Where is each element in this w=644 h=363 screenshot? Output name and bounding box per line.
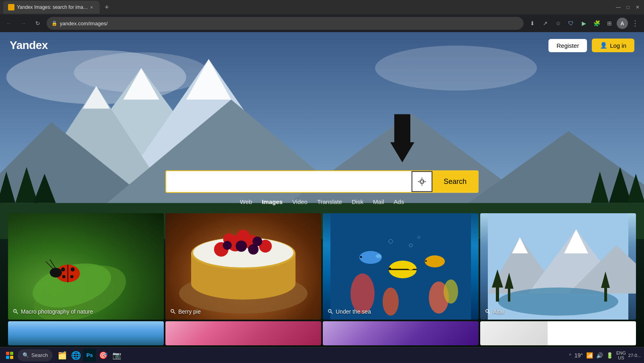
close-button[interactable]: ✕ [634,4,641,10]
maximize-button[interactable]: □ [625,4,631,10]
refresh-button[interactable]: ↻ [32,18,43,29]
taskbar-right: ^ 19° 📶 🔊 🔋 ENG US 27-0... [569,351,641,360]
svg-point-68 [408,265,414,270]
extension1-button[interactable]: 🛡 [565,18,577,29]
svg-line-43 [16,312,18,314]
region-text: US [618,355,624,360]
tile-altai[interactable]: Altai [480,213,636,320]
login-label: Log in [610,42,626,49]
svg-rect-87 [496,286,499,302]
taskbar-pinned-apps: 🗂️ 🌐 Ps 🎯 📷 [56,349,123,362]
minimize-button[interactable]: — [615,4,622,10]
tile-altai-label: Altai [485,308,504,315]
svg-point-65 [444,279,458,304]
yandex-logo: Yandex [10,39,48,52]
bookmark-button[interactable]: ☆ [552,18,564,29]
save-page-button[interactable]: ⬇ [527,18,538,29]
svg-point-36 [61,267,65,271]
nav-link-disk[interactable]: Disk [352,198,363,205]
forward-button[interactable]: → [18,18,29,29]
speaker-icon[interactable]: 🔊 [596,352,603,359]
svg-line-94 [488,312,490,314]
nav-link-video[interactable]: Video [292,198,308,205]
nav-link-images[interactable]: Images [262,198,283,205]
weather-icon: 19° [575,352,583,359]
tile-pie[interactable]: Berry pie [165,213,321,320]
nav-link-translate[interactable]: Translate [317,198,342,205]
tile-sky[interactable] [8,321,164,345]
tab-title: Yandex Images: search for imag... [17,4,88,10]
camera-search-button[interactable] [412,171,432,192]
svg-point-34 [50,268,62,277]
language-indicator: ENG US [616,351,626,360]
login-icon: 👤 [600,42,607,49]
taskbar-search[interactable]: 🔍 Search [18,349,53,361]
start-button[interactable] [3,349,16,362]
svg-point-86 [498,288,618,316]
svg-point-39 [70,275,73,278]
header-actions: Register 👤 Log in [548,39,634,52]
back-button[interactable]: ← [3,18,14,29]
extensions-button[interactable]: 🧩 [591,18,602,29]
taskbar-chrome[interactable]: 🌐 [69,349,82,362]
tile-ladybug-label: Macro photography of nature [13,308,93,315]
tile-ladybug[interactable]: Macro photography of nature [8,213,164,320]
tile-white-partial[interactable] [480,321,636,345]
svg-point-37 [71,267,75,271]
svg-line-79 [331,312,332,314]
address-bar-row: ← → ↻ 🔒 yandex.com/images/ ⬇ ↗ ☆ 🛡 ▶ 🧩 ⊞… [0,14,644,32]
tab-favicon [8,4,14,10]
system-tray: ^ 19° 📶 🔊 🔋 [569,352,613,359]
register-button[interactable]: Register [548,39,587,52]
svg-marker-24 [390,114,414,162]
search-input[interactable] [166,171,412,192]
active-tab[interactable]: Yandex Images: search for imag... ✕ [3,1,100,14]
svg-point-59 [171,310,174,312]
tile-purple[interactable] [323,321,479,345]
tray-expand[interactable]: ^ [569,353,571,358]
tab-close-button[interactable]: ✕ [88,4,95,10]
taskbar-files[interactable]: 🗂️ [56,349,69,362]
search-button[interactable]: Search [432,171,478,192]
svg-line-41 [50,259,56,269]
svg-point-73 [425,255,445,267]
svg-point-64 [383,288,399,316]
image-grid: Macro photography of nature [0,213,644,347]
search-box: Search [165,170,479,193]
svg-point-78 [328,310,331,312]
tile-pink[interactable] [165,321,321,345]
main-content: Yandex Register 👤 Log in [0,32,644,347]
new-tab-button[interactable]: + [101,2,112,13]
svg-point-38 [62,275,65,278]
taskbar: 🔍 Search 🗂️ 🌐 Ps 🎯 📷 ^ 19° 📶 🔊 🔋 ENG US [0,347,644,363]
taskbar-app2[interactable]: 📷 [110,349,123,362]
taskbar-search-icon: 🔍 [22,352,29,358]
nav-link-web[interactable]: Web [240,198,253,205]
tile-sea-label: Under the sea [328,308,371,315]
url-text: yandex.com/images/ [60,20,519,27]
svg-point-55 [236,241,247,252]
menu-button[interactable]: ⋮ [630,18,641,29]
profile-button[interactable]: A [617,18,628,29]
tile-sea[interactable]: Under the sea [323,213,479,320]
white-overlay [548,321,636,345]
clock-area[interactable]: ENG US 27-0... [616,351,641,360]
extension2-button[interactable]: ▶ [578,18,589,29]
taskbar-app1[interactable]: 🎯 [97,349,110,362]
sidebar-button[interactable]: ⊞ [604,18,615,29]
page-header: Yandex Register 👤 Log in [0,32,644,59]
lock-icon: 🔒 [51,20,57,26]
taskbar-ps[interactable]: Ps [83,349,96,362]
address-bar[interactable]: 🔒 yandex.com/images/ [47,17,524,30]
svg-point-71 [376,254,381,258]
language-text: ENG [616,351,626,355]
svg-point-42 [14,310,16,312]
tab-bar: Yandex Images: search for imag... ✕ + — … [0,0,644,14]
svg-point-26 [421,180,423,183]
wifi-icon[interactable]: 📶 [586,352,593,359]
nav-link-ads[interactable]: Ads [394,198,404,205]
share-button[interactable]: ↗ [540,18,551,29]
battery-icon[interactable]: 🔋 [606,352,613,359]
nav-link-mail[interactable]: Mail [373,198,384,205]
login-button[interactable]: 👤 Log in [592,39,634,52]
